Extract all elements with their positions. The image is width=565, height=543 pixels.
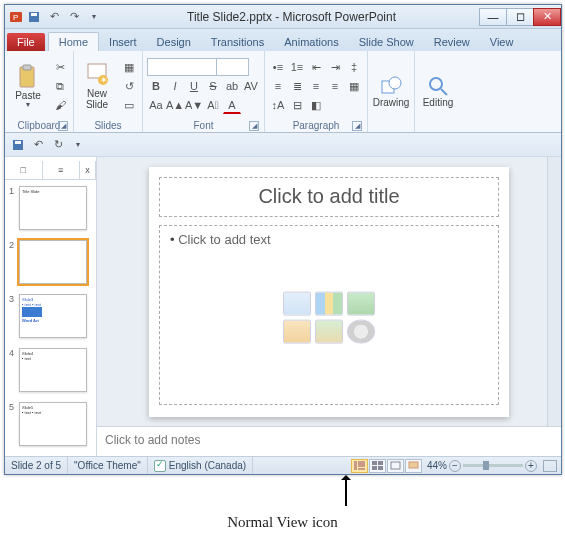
outline-tab[interactable]: ≡ — [43, 161, 81, 179]
insert-smartart-icon[interactable] — [347, 291, 375, 315]
zoom-out-button[interactable]: − — [449, 460, 461, 472]
align-right-icon[interactable]: ≡ — [307, 77, 325, 95]
shrink-font-icon[interactable]: A▼ — [185, 96, 203, 114]
content-placeholder[interactable]: • Click to add text — [159, 225, 499, 405]
insert-picture-icon[interactable] — [283, 319, 311, 343]
insert-clipart-icon[interactable] — [315, 319, 343, 343]
thumbnail-5[interactable]: 5 Slide5▪ text ▪ text — [5, 400, 96, 448]
theme-status[interactable]: "Office Theme" — [68, 457, 148, 474]
save-icon[interactable] — [9, 136, 27, 154]
columns-icon[interactable]: ▦ — [345, 77, 363, 95]
thumbnail-3[interactable]: 3 Slide3▪ text ▪ textWord Art — [5, 292, 96, 340]
title-placeholder[interactable]: Click to add title — [159, 177, 499, 217]
drawing-button[interactable]: Drawing — [372, 62, 410, 122]
fit-to-window-button[interactable] — [543, 460, 557, 472]
minimize-button[interactable]: — — [479, 8, 507, 26]
dialog-launcher-icon[interactable]: ◢ — [249, 121, 259, 131]
close-button[interactable]: ✕ — [533, 8, 561, 26]
redo-icon[interactable]: ↻ — [49, 136, 67, 154]
bold-button[interactable]: B — [147, 77, 165, 95]
redo-icon[interactable]: ↷ — [65, 8, 83, 26]
slideshow-view-button[interactable] — [405, 459, 422, 473]
close-panel-button[interactable]: x — [80, 161, 96, 179]
line-spacing-icon[interactable]: ‡ — [345, 58, 363, 76]
clear-formatting-icon[interactable]: A⃠ — [204, 96, 222, 114]
change-case-icon[interactable]: Aa — [147, 96, 165, 114]
thumbnail-4[interactable]: 4 Slide4▪ text — [5, 346, 96, 394]
save-icon[interactable] — [25, 8, 43, 26]
text-direction-icon[interactable]: ↕A — [269, 96, 287, 114]
editing-button[interactable]: Editing — [419, 62, 457, 122]
align-text-icon[interactable]: ⊟ — [288, 96, 306, 114]
increase-indent-icon[interactable]: ⇥ — [326, 58, 344, 76]
italic-button[interactable]: I — [166, 77, 184, 95]
font-size-select[interactable] — [217, 58, 249, 76]
slide-canvas[interactable]: Click to add title • Click to add text — [149, 167, 509, 417]
maximize-button[interactable]: ◻ — [506, 8, 534, 26]
zoom-slider[interactable] — [463, 464, 523, 467]
slide-position[interactable]: Slide 2 of 5 — [5, 457, 68, 474]
justify-icon[interactable]: ≡ — [326, 77, 344, 95]
reading-view-button[interactable] — [387, 459, 404, 473]
thumbnail-2[interactable]: 2 — [5, 238, 96, 286]
tab-home[interactable]: Home — [48, 32, 99, 51]
layout-icon[interactable]: ▦ — [120, 58, 138, 76]
insert-chart-icon[interactable] — [315, 291, 343, 315]
group-slides: ✶ New Slide ▦ ↺ ▭ Slides — [74, 51, 143, 132]
content-insert-icons — [283, 291, 375, 343]
insert-table-icon[interactable] — [283, 291, 311, 315]
font-family-select[interactable] — [147, 58, 217, 76]
new-slide-button[interactable]: ✶ New Slide — [78, 56, 116, 116]
reset-icon[interactable]: ↺ — [120, 77, 138, 95]
slide-sorter-view-button[interactable] — [369, 459, 386, 473]
insert-media-icon[interactable] — [347, 319, 375, 343]
tab-transitions[interactable]: Transitions — [201, 33, 274, 51]
new-slide-icon: ✶ — [86, 62, 108, 88]
font-color-icon[interactable]: A — [223, 96, 241, 114]
undo-icon[interactable]: ↶ — [29, 136, 47, 154]
paste-button[interactable]: Paste ▼ — [9, 56, 47, 116]
shadow-button[interactable]: ab — [223, 77, 241, 95]
undo-icon[interactable]: ↶ — [45, 8, 63, 26]
cut-icon[interactable]: ✂ — [51, 58, 69, 76]
tab-slideshow[interactable]: Slide Show — [349, 33, 424, 51]
vertical-scrollbar[interactable] — [547, 157, 561, 426]
convert-smartart-icon[interactable]: ◧ — [307, 96, 325, 114]
notes-pane[interactable]: Click to add notes — [97, 426, 561, 456]
slides-tab[interactable]: □ — [5, 161, 43, 179]
group-label-clipboard: Clipboard◢ — [9, 119, 69, 132]
align-left-icon[interactable]: ≡ — [269, 77, 287, 95]
bullets-icon[interactable]: •≡ — [269, 58, 287, 76]
zoom-level[interactable]: 44% — [427, 460, 447, 471]
tab-view[interactable]: View — [480, 33, 524, 51]
editing-label: Editing — [423, 97, 454, 108]
workspace: □ ≡ x 1 Title Slide 2 3 Slide3▪ text ▪ t… — [5, 157, 561, 456]
thumbnail-1[interactable]: 1 Title Slide — [5, 184, 96, 232]
underline-button[interactable]: U — [185, 77, 203, 95]
zoom-controls: 44% − + — [423, 460, 561, 472]
svg-point-10 — [389, 77, 401, 89]
tab-design[interactable]: Design — [147, 33, 201, 51]
align-center-icon[interactable]: ≣ — [288, 77, 306, 95]
copy-icon[interactable]: ⧉ — [51, 77, 69, 95]
numbering-icon[interactable]: 1≡ — [288, 58, 306, 76]
zoom-in-button[interactable]: + — [525, 460, 537, 472]
qat-customize-icon[interactable]: ▼ — [69, 136, 87, 154]
language-status[interactable]: English (Canada) — [148, 457, 253, 474]
character-spacing-icon[interactable]: AV — [242, 77, 260, 95]
tab-animations[interactable]: Animations — [274, 33, 348, 51]
section-icon[interactable]: ▭ — [120, 96, 138, 114]
dialog-launcher-icon[interactable]: ◢ — [58, 121, 68, 131]
tab-review[interactable]: Review — [424, 33, 480, 51]
qat-customize-icon[interactable]: ▼ — [85, 8, 103, 26]
dialog-launcher-icon[interactable]: ◢ — [352, 121, 362, 131]
svg-text:✶: ✶ — [100, 75, 108, 85]
tab-insert[interactable]: Insert — [99, 33, 147, 51]
decrease-indent-icon[interactable]: ⇤ — [307, 58, 325, 76]
format-painter-icon[interactable]: 🖌 — [51, 96, 69, 114]
grow-font-icon[interactable]: A▲ — [166, 96, 184, 114]
normal-view-button[interactable] — [351, 459, 368, 473]
tab-file[interactable]: File — [7, 33, 45, 51]
strikethrough-button[interactable]: S — [204, 77, 222, 95]
group-editing: Editing — [415, 51, 461, 132]
